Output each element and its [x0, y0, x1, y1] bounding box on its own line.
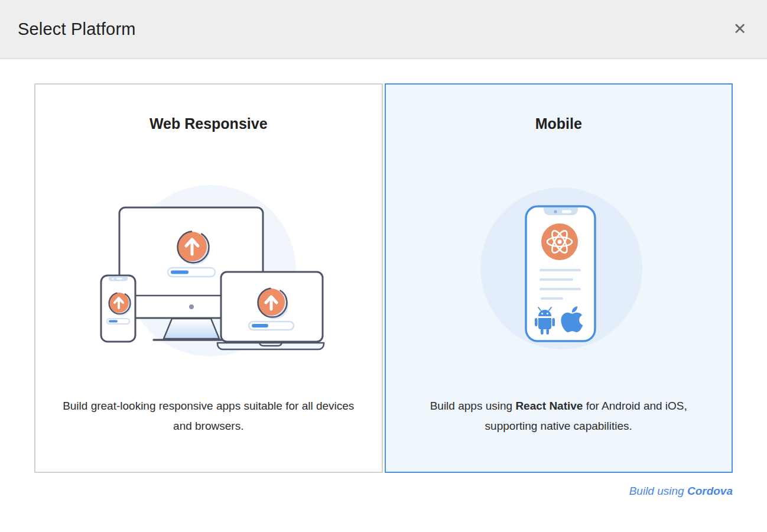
card-web-title: Web Responsive — [150, 115, 268, 132]
progress-bar — [107, 319, 129, 324]
mobile-desc-bold: React Native — [515, 400, 583, 412]
mobile-desc-prefix: Build apps using — [430, 400, 516, 412]
progress-bar — [249, 322, 294, 330]
smartphone-illustration — [526, 206, 595, 341]
cordova-link-bold: Cordova — [687, 485, 733, 497]
card-mobile[interactable]: Mobile — [385, 83, 733, 473]
react-native-phone-illustration — [425, 181, 691, 358]
web-illustration — [76, 181, 342, 358]
card-web-responsive[interactable]: Web Responsive — [34, 83, 383, 473]
page-title: Select Platform — [18, 20, 136, 39]
devices-upload-illustration — [76, 181, 342, 358]
laptop-illustration — [217, 272, 324, 349]
react-logo-icon — [541, 223, 578, 260]
card-mobile-title: Mobile — [535, 115, 582, 132]
footer: Build using Cordova — [34, 485, 733, 498]
progress-bar — [168, 268, 215, 277]
platform-cards: Web Responsive — [34, 83, 733, 473]
mobile-illustration — [425, 181, 691, 358]
close-icon[interactable]: ✕ — [729, 18, 750, 40]
build-using-cordova-link[interactable]: Build using Cordova — [629, 485, 733, 497]
dialog-header: Select Platform ✕ — [0, 0, 767, 59]
card-web-description: Build great-looking responsive apps suit… — [53, 396, 363, 436]
phone-illustration — [101, 275, 135, 342]
card-mobile-description: Build apps using React Native for Androi… — [404, 396, 714, 436]
cordova-link-prefix: Build using — [629, 485, 687, 497]
